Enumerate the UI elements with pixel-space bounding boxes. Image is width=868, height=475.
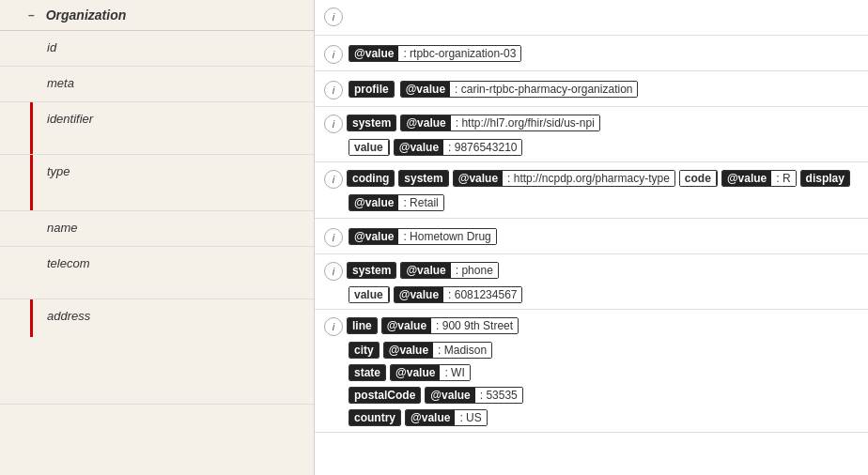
type-code-value-tag: @value : R: [721, 170, 797, 187]
address-state-value-tag: @value : WI: [390, 364, 471, 381]
red-marker-address: [30, 299, 33, 337]
telecom-value-tag: value: [349, 286, 390, 303]
name-value-tag: @value : Hometown Drug: [349, 228, 497, 245]
identifier-system-value-val: : http://hl7.org/fhir/sid/us-npi: [451, 115, 599, 130]
identifier-system-key: system: [348, 115, 395, 130]
address-country-value-key: @value: [406, 410, 455, 425]
type-code-value-key: @value: [722, 171, 771, 186]
red-marker-identifier: [30, 102, 33, 154]
type-code-key: code: [680, 171, 717, 186]
telecom-value2-val: : 6081234567: [443, 287, 521, 302]
address-country-value-tag: @value : US: [405, 409, 488, 426]
identifier-info-icon[interactable]: i: [324, 115, 343, 133]
identifier-row: i system @value : http://hl7.org/fhir/si…: [315, 107, 868, 162]
type-system-key: system: [399, 171, 447, 186]
telecom-system-key: system: [348, 263, 395, 278]
type-system-value-key: @value: [454, 171, 503, 186]
name-row: i @value : Hometown Drug: [315, 219, 868, 254]
address-sub-row-line: i line @value : 900 9th Street: [324, 315, 519, 336]
org-info-icon[interactable]: i: [324, 8, 343, 26]
identifier-value-key: value: [349, 140, 389, 155]
org-info-row: i: [315, 0, 868, 36]
type-retail-tag: @value : Retail: [349, 194, 444, 211]
identifier-value2-tag: @value : 9876543210: [394, 139, 523, 156]
address-row: i line @value : 900 9th Street city @val…: [315, 310, 868, 433]
address-country-key: country: [349, 410, 400, 425]
identifier-system-value-tag: @value : http://hl7.org/fhir/sid/us-npi: [400, 115, 599, 131]
address-postal-value-key: @value: [426, 388, 474, 403]
type-system-value-tag: @value : http://ncpdp.org/pharmacy-type: [453, 170, 675, 187]
id-value-key: @value: [349, 46, 398, 61]
identifier-sub-row-1: i system @value : http://hl7.org/fhir/si…: [324, 113, 600, 133]
type-display-tag: display: [800, 170, 850, 187]
main-container: – Organization id meta identifier type n…: [0, 0, 868, 475]
address-postal-tag: postalCode: [349, 387, 421, 404]
field-id: id: [0, 31, 314, 67]
telecom-info-icon[interactable]: i: [324, 262, 343, 281]
type-sub-row-2: @value : Retail: [349, 194, 444, 211]
telecom-value-key: value: [349, 287, 389, 302]
left-panel: – Organization id meta identifier type n…: [0, 0, 315, 475]
id-value-tag: @value : rtpbc-organization-03: [349, 45, 521, 62]
type-info-icon[interactable]: i: [324, 170, 343, 189]
telecom-system-tag: system: [347, 262, 396, 279]
name-info-icon[interactable]: i: [324, 228, 343, 247]
identifier-system-tag: system: [347, 115, 396, 131]
meta-value-key: @value: [401, 82, 450, 97]
type-code-tag: code: [679, 170, 718, 187]
identifier-system-value-key: @value: [401, 115, 450, 130]
address-sub-row-city: city @value : Madison: [349, 342, 492, 359]
type-retail-val: : Retail: [398, 195, 442, 210]
org-title-label: Organization: [46, 8, 127, 23]
address-postal-value-tag: @value : 53535: [425, 387, 522, 404]
telecom-value2-key: @value: [395, 287, 443, 302]
address-sub-row-state: state @value : WI: [349, 364, 471, 381]
field-type: type: [0, 155, 314, 211]
type-system-tag: system: [398, 170, 448, 187]
type-display-key: display: [801, 171, 849, 186]
field-telecom: telecom: [0, 247, 314, 299]
right-panel: i i @value : rtpbc-organization-03 i pro…: [315, 0, 868, 475]
address-postal-value-val: : 53535: [475, 388, 522, 403]
identifier-sub-row-2: value @value : 9876543210: [349, 139, 522, 156]
type-code-value-val: : R: [771, 171, 795, 186]
telecom-system-value-val: : phone: [451, 263, 498, 278]
address-postal-key: postalCode: [349, 388, 420, 403]
type-retail-key: @value: [349, 195, 398, 210]
id-value-val: : rtpbc-organization-03: [398, 46, 520, 61]
telecom-row: i system @value : phone value @value : 6…: [315, 254, 868, 310]
type-coding-tag: coding: [347, 170, 395, 187]
meta-profile-key: profile: [349, 82, 394, 97]
identifier-value-tag: value: [349, 139, 390, 156]
collapse-button[interactable]: –: [28, 8, 35, 22]
address-city-value-val: : Madison: [433, 343, 491, 358]
address-info-icon[interactable]: i: [324, 317, 343, 336]
address-line-key: line: [348, 318, 377, 333]
red-marker-type: [30, 155, 33, 210]
field-list: id meta identifier type name telecom add…: [0, 31, 314, 405]
type-coding-key: coding: [348, 171, 394, 186]
address-state-tag: state: [349, 364, 386, 381]
address-line-value-val: : 900 9th Street: [431, 318, 518, 333]
address-city-tag: city: [349, 342, 380, 359]
address-line-tag: line: [347, 317, 378, 334]
address-state-value-val: : WI: [440, 365, 469, 380]
meta-info-icon[interactable]: i: [324, 81, 343, 100]
field-address: address: [0, 299, 314, 405]
id-row: i @value : rtpbc-organization-03: [315, 36, 868, 71]
field-name: name: [0, 211, 314, 247]
type-sub-row-1: i coding system @value : http://ncpdp.or…: [324, 168, 850, 189]
address-line-value-key: @value: [382, 318, 431, 333]
telecom-value2-tag: @value : 6081234567: [394, 286, 523, 303]
org-title-row: – Organization: [0, 0, 314, 31]
field-meta: meta: [0, 67, 314, 102]
meta-row: i profile @value : carin-rtpbc-pharmacy-…: [315, 71, 868, 107]
name-value-key: @value: [349, 229, 398, 244]
address-sub-row-postal: postalCode @value : 53535: [349, 387, 523, 404]
address-city-value-tag: @value : Madison: [383, 342, 492, 359]
telecom-system-value-tag: @value : phone: [400, 262, 498, 279]
meta-value-val: : carin-rtpbc-pharmacy-organization: [450, 82, 637, 97]
id-info-icon[interactable]: i: [324, 45, 343, 64]
identifier-value2-val: : 9876543210: [443, 140, 521, 155]
meta-value-tag: @value : carin-rtpbc-pharmacy-organizati…: [400, 81, 639, 98]
